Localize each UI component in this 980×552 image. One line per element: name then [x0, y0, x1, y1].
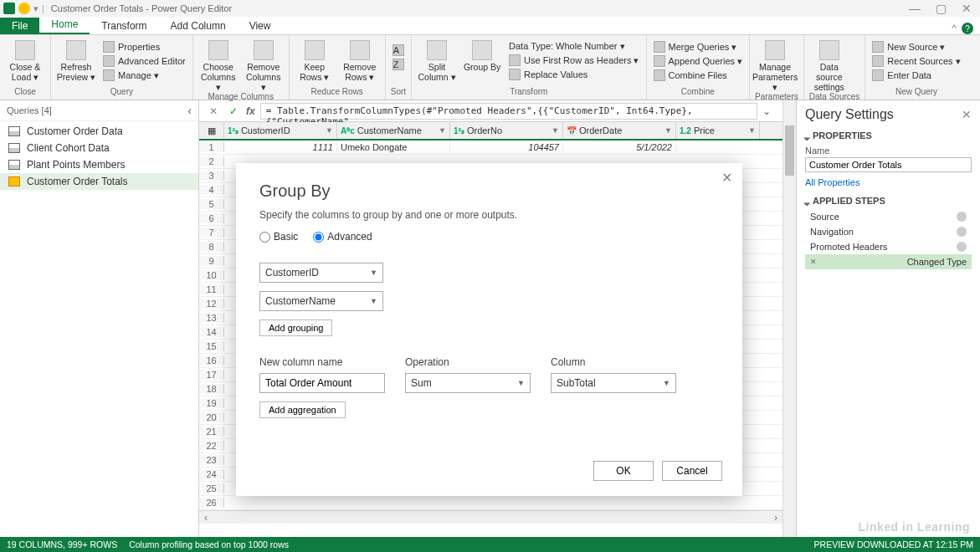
formula-text[interactable]: = Table.TransformColumnTypes(#"Promoted …: [260, 103, 757, 120]
sort-asc-button[interactable]: A: [391, 43, 406, 57]
applied-step[interactable]: Source: [805, 209, 972, 224]
type-icon[interactable]: 📅: [567, 126, 577, 135]
filter-dropdown-icon[interactable]: ▼: [326, 126, 333, 135]
operation-select[interactable]: Sum▼: [405, 373, 531, 393]
type-icon[interactable]: 1.2: [680, 126, 691, 135]
formula-cancel-icon[interactable]: ✕: [206, 104, 221, 119]
column-header[interactable]: 1²₃OrderNo▼: [450, 122, 563, 139]
group-column-1-select[interactable]: CustomerID▼: [259, 263, 383, 283]
qat-dropdown-icon[interactable]: ▾: [33, 3, 38, 14]
new-column-name-input[interactable]: [259, 373, 385, 393]
close-load-button[interactable]: Close & Load ▾: [5, 37, 45, 82]
applied-step[interactable]: Navigation: [805, 224, 972, 239]
close-window-button[interactable]: ✕: [962, 2, 972, 15]
append-queries-button[interactable]: Append Queries ▾: [652, 54, 745, 68]
tab-home[interactable]: Home: [39, 16, 90, 34]
applied-steps-section[interactable]: APPLIED STEPS: [805, 196, 972, 206]
combine-files-button[interactable]: Combine Files: [652, 69, 745, 82]
gear-icon[interactable]: [957, 227, 967, 237]
queries-collapse-icon[interactable]: ‹: [187, 104, 192, 117]
data-source-settings-button[interactable]: Data source settings: [809, 37, 849, 92]
column-header[interactable]: 📅OrderDate▼: [563, 122, 676, 139]
column-header[interactable]: AᴮcCustomerName▼: [337, 122, 450, 139]
manage-parameters-button[interactable]: Manage Parameters ▾: [755, 37, 795, 92]
chevron-down-icon: ▼: [517, 379, 525, 387]
filter-dropdown-icon[interactable]: ▼: [552, 126, 559, 135]
table-row[interactable]: 26: [199, 496, 782, 510]
remove-columns-button[interactable]: Remove Columns ▾: [244, 37, 284, 92]
column-header[interactable]: 1²₃CustomerID▼: [224, 122, 337, 139]
group-by-button[interactable]: Group By: [462, 37, 502, 72]
filter-dropdown-icon[interactable]: ▼: [748, 126, 756, 135]
merge-queries-button[interactable]: Merge Queries ▾: [652, 40, 745, 54]
advanced-radio[interactable]: Advanced: [313, 231, 372, 243]
formula-bar: ✕ ✓ fx = Table.TransformColumnTypes(#"Pr…: [199, 100, 782, 122]
maximize-button[interactable]: ▢: [936, 2, 947, 15]
keep-rows-button[interactable]: Keep Rows ▾: [295, 37, 335, 82]
applied-step[interactable]: Changed Type: [805, 254, 972, 269]
add-aggregation-button[interactable]: Add aggregation: [259, 401, 346, 418]
remove-rows-button[interactable]: Remove Rows ▾: [340, 37, 380, 82]
dialog-close-icon[interactable]: ✕: [721, 170, 732, 186]
query-item[interactable]: Client Cohort Data: [0, 140, 198, 156]
add-grouping-button[interactable]: Add grouping: [259, 319, 332, 336]
formula-commit-icon[interactable]: ✓: [226, 104, 241, 119]
data-type-button[interactable]: Data Type: Whole Number ▾: [507, 40, 640, 53]
query-name-input[interactable]: [805, 157, 972, 172]
properties-section[interactable]: PROPERTIES: [805, 130, 972, 141]
ok-button[interactable]: OK: [593, 461, 654, 481]
tab-file[interactable]: File: [0, 18, 39, 34]
ribbon-tabs: File Home Transform Add Column View ^ ?: [0, 17, 980, 35]
manage-button[interactable]: Manage ▾: [101, 69, 187, 82]
formula-expand-icon[interactable]: ⌄: [762, 105, 776, 117]
enter-data-button[interactable]: Enter Data: [870, 69, 962, 82]
horizontal-scrollbar[interactable]: ‹ ›: [199, 510, 782, 524]
tab-transform[interactable]: Transform: [90, 18, 158, 34]
type-icon[interactable]: Aᴮc: [341, 126, 355, 135]
advanced-editor-button[interactable]: Advanced Editor: [101, 54, 187, 68]
column-header[interactable]: 1.2Price▼: [676, 122, 760, 139]
smile-icon[interactable]: [18, 3, 30, 14]
refresh-preview-button[interactable]: Refresh Preview ▾: [56, 37, 96, 82]
gear-icon[interactable]: [957, 212, 967, 222]
minimize-button[interactable]: —: [909, 2, 921, 15]
type-icon[interactable]: 1²₃: [228, 126, 239, 135]
query-item[interactable]: Customer Order Totals: [0, 173, 198, 190]
all-properties-link[interactable]: All Properties: [805, 177, 972, 187]
scroll-left-icon[interactable]: ‹: [199, 512, 213, 524]
choose-columns-button[interactable]: Choose Columns ▾: [198, 37, 239, 92]
row-number: 24: [199, 469, 224, 479]
first-row-headers-button[interactable]: Use First Row as Headers ▾: [507, 54, 640, 67]
filter-dropdown-icon[interactable]: ▼: [664, 126, 672, 135]
new-source-button[interactable]: New Source ▾: [870, 40, 962, 54]
split-column-button[interactable]: Split Column ▾: [417, 37, 457, 82]
replace-values-button[interactable]: Replace Values: [507, 68, 640, 81]
type-icon[interactable]: 1²₃: [454, 126, 464, 135]
table-row[interactable]: 1 1111 Umeko Dongate 104457 5/1/2022: [199, 141, 782, 155]
ribbon-collapse-icon[interactable]: ^: [952, 23, 957, 34]
applied-step[interactable]: Promoted Headers: [805, 239, 972, 254]
filter-dropdown-icon[interactable]: ▼: [439, 126, 446, 135]
column-select[interactable]: SubTotal▼: [551, 373, 676, 393]
gear-icon[interactable]: [957, 242, 967, 252]
table-corner-icon[interactable]: ▦: [199, 122, 224, 139]
tab-add-column[interactable]: Add Column: [159, 18, 238, 34]
column-name: Price: [694, 125, 746, 135]
group-column-2-select[interactable]: CustomerName▼: [259, 291, 383, 311]
fx-icon[interactable]: fx: [246, 105, 255, 117]
cancel-button[interactable]: Cancel: [662, 461, 722, 481]
scroll-right-icon[interactable]: ›: [769, 512, 782, 524]
sort-desc-button[interactable]: Z: [391, 58, 406, 71]
vertical-scrollbar[interactable]: [782, 100, 796, 539]
column-name: CustomerID: [241, 125, 323, 135]
column-label: Column: [551, 356, 676, 368]
settings-close-icon[interactable]: ✕: [962, 108, 972, 121]
query-item[interactable]: Customer Order Data: [0, 123, 198, 140]
help-icon[interactable]: ?: [962, 23, 973, 34]
row-number: 5: [199, 199, 224, 209]
basic-radio[interactable]: Basic: [259, 231, 298, 243]
recent-sources-button[interactable]: Recent Sources ▾: [870, 54, 962, 68]
tab-view[interactable]: View: [238, 18, 283, 34]
query-item[interactable]: Plant Points Members: [0, 156, 198, 173]
properties-button[interactable]: Properties: [101, 40, 187, 54]
